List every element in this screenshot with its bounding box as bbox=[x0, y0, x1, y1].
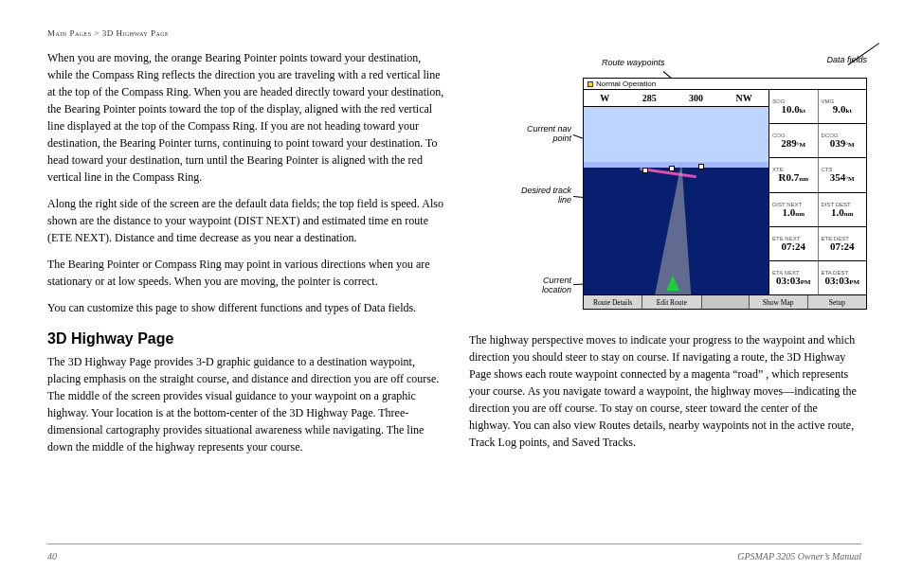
data-field-cell: CTS354°M bbox=[819, 158, 867, 191]
field-value: 07:24 bbox=[830, 241, 855, 252]
field-value: 289°M bbox=[781, 138, 805, 149]
breadcrumb-leaf: 3D Highway Page bbox=[102, 28, 170, 38]
boat-icon bbox=[666, 276, 679, 291]
data-field-cell: VMG9.0kt bbox=[819, 90, 867, 123]
data-field-cell: ETA DEST03:03PM bbox=[819, 261, 867, 294]
waypoint-marker-icon bbox=[698, 164, 704, 169]
data-field-row: XTER0.7nmCTS354°M bbox=[769, 158, 866, 192]
data-field-row: DIST NEXT1.0nmDIST DEST1.0nm bbox=[769, 193, 866, 227]
field-value: 10.0kt bbox=[782, 104, 805, 115]
field-value: 03:03PM bbox=[776, 276, 811, 286]
highway-view: W 285 300 NW bbox=[584, 90, 769, 294]
para-3d-overview: The 3D Highway Page provides 3-D graphic… bbox=[47, 353, 445, 455]
callout-current-nav-point: Current nav point bbox=[515, 125, 571, 144]
device-screenshot: Normal Operation W 285 300 NW bbox=[583, 78, 867, 310]
page-footer: 40 GPSMAP 3205 Owner’s Manual bbox=[47, 543, 861, 561]
data-field-cell: ETE NEXT07:24 bbox=[769, 227, 819, 260]
softkey-show-map[interactable]: Show Map bbox=[750, 295, 808, 309]
data-field-cell: DCOG039°M bbox=[819, 124, 867, 157]
data-fields-panel: SOG10.0ktVMG9.0ktCOG289°MDCOG039°MXTER0.… bbox=[769, 90, 866, 294]
data-field-row: ETE NEXT07:24ETE DEST07:24 bbox=[769, 227, 866, 261]
device-mode-label: Normal Operation bbox=[596, 80, 656, 88]
softkey-edit-route[interactable]: Edit Route bbox=[642, 295, 701, 309]
breadcrumb: Main Pages > 3D Highway Page bbox=[47, 28, 861, 38]
data-field-cell: SOG10.0kt bbox=[769, 90, 819, 123]
para-highway-perspective: The highway perspective moves to indicat… bbox=[469, 331, 861, 451]
field-value: R0.7nm bbox=[779, 172, 808, 183]
manual-title: GPSMAP 3205 Owner’s Manual bbox=[737, 551, 861, 561]
waypoint-marker-icon bbox=[642, 168, 648, 173]
field-value: 1.0nm bbox=[831, 207, 853, 218]
compass-tick: 300 bbox=[689, 93, 703, 103]
highway-road-icon bbox=[655, 162, 691, 294]
field-value: 1.0nm bbox=[783, 207, 805, 218]
field-value: 03:03PM bbox=[824, 276, 859, 286]
data-field-row: SOG10.0ktVMG9.0kt bbox=[769, 90, 866, 124]
para-customize: You can customize this page to show diff… bbox=[47, 299, 445, 316]
data-field-row: ETA NEXT03:03PMETA DEST03:03PM bbox=[769, 261, 866, 294]
compass-strip: W 285 300 NW bbox=[584, 90, 768, 107]
softkey-setup[interactable]: Setup bbox=[808, 295, 866, 309]
device-titlebar: Normal Operation bbox=[584, 79, 866, 90]
field-value: 354°M bbox=[830, 172, 855, 183]
field-value: 07:24 bbox=[781, 241, 805, 252]
heading-3d-highway: 3D Highway Page bbox=[47, 330, 445, 347]
softkey-bar: Route DetailsEdit RouteShow MapSetup bbox=[584, 294, 866, 309]
para-compass-behavior: When you are moving, the orange Bearing … bbox=[47, 49, 445, 186]
softkey-blank bbox=[702, 295, 750, 309]
callout-current-location: Current location bbox=[515, 276, 571, 295]
data-field-cell: DIST DEST1.0nm bbox=[819, 193, 867, 226]
compass-tick: W bbox=[600, 93, 609, 103]
breadcrumb-root: Main Pages bbox=[47, 28, 92, 38]
data-field-cell: XTER0.7nm bbox=[769, 158, 819, 191]
breadcrumb-sep: > bbox=[92, 28, 102, 38]
data-field-cell: ETE DEST07:24 bbox=[819, 227, 867, 260]
figure-wrap: Route waypoints Data fields Current nav … bbox=[469, 49, 861, 314]
field-value: 039°M bbox=[830, 138, 855, 149]
compass-tick: NW bbox=[736, 93, 752, 103]
callout-desired-track-line: Desired track line bbox=[515, 187, 571, 205]
compass-tick: 285 bbox=[642, 93, 657, 103]
data-field-cell: DIST NEXT1.0nm bbox=[769, 193, 819, 226]
data-field-cell: ETA NEXT03:03PM bbox=[769, 261, 819, 294]
data-field-cell: COG289°M bbox=[769, 124, 819, 157]
page-number: 40 bbox=[47, 551, 57, 561]
status-lamp-icon bbox=[588, 81, 593, 87]
para-low-speed: The Bearing Pointer or Compass Ring may … bbox=[47, 256, 445, 290]
callout-route-waypoints: Route waypoints bbox=[602, 59, 678, 68]
para-data-fields: Along the right side of the screen are t… bbox=[47, 195, 445, 246]
data-field-row: COG289°MDCOG039°M bbox=[769, 124, 866, 158]
field-value: 9.0kt bbox=[833, 104, 852, 115]
softkey-route-details[interactable]: Route Details bbox=[584, 295, 642, 309]
